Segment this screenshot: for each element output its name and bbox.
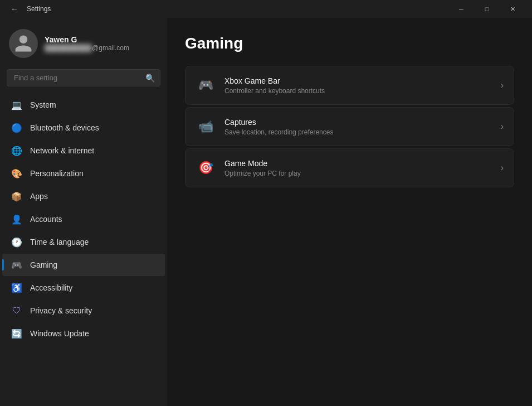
sidebar-item-network[interactable]: 🌐Network & internet	[2, 139, 165, 162]
accessibility-icon: ♿	[11, 282, 22, 293]
minimize-icon: ─	[459, 6, 463, 12]
gaming-icon: 🎮	[11, 259, 22, 270]
titlebar: ← Settings ─ □ ✕	[0, 0, 532, 18]
sidebar-item-time[interactable]: 🕐Time & language	[2, 231, 165, 253]
sidebar-item-apps[interactable]: 📦Apps	[2, 185, 165, 207]
user-email-blur: ██████████	[45, 44, 92, 52]
apps-label: Apps	[30, 192, 48, 201]
sidebar-item-bluetooth[interactable]: 🔵Bluetooth & devices	[2, 117, 165, 139]
nav-list: 💻System🔵Bluetooth & devices🌐Network & in…	[0, 91, 167, 406]
time-label: Time & language	[30, 238, 89, 246]
sidebar-item-accounts[interactable]: 👤Accounts	[2, 208, 165, 230]
user-avatar-icon	[13, 33, 33, 54]
main-content: Gaming 🎮Xbox Game BarController and keyb…	[167, 18, 532, 406]
sidebar-item-privacy[interactable]: 🛡Privacy & security	[2, 299, 165, 322]
avatar	[9, 29, 38, 58]
xbox-game-bar-chevron: ›	[501, 80, 504, 90]
bluetooth-label: Bluetooth & devices	[30, 123, 99, 132]
captures-subtitle: Save location, recording preferences	[224, 128, 501, 136]
xbox-game-bar-title: Xbox Game Bar	[224, 76, 501, 85]
search-input[interactable]	[7, 69, 160, 86]
card-game-mode[interactable]: 🎯Game ModeOptimize your PC for play›	[185, 148, 514, 187]
accessibility-label: Accessibility	[30, 283, 72, 292]
personalization-label: Personalization	[30, 169, 84, 178]
minimize-button[interactable]: ─	[448, 0, 474, 18]
game-mode-subtitle: Optimize your PC for play	[224, 170, 501, 177]
sidebar-item-gaming[interactable]: 🎮Gaming	[2, 254, 165, 276]
captures-chevron: ›	[501, 122, 504, 132]
sidebar: Yawen G ██████████@gmail.com 🔍 💻System🔵B…	[0, 18, 167, 406]
sidebar-item-system[interactable]: 💻System	[2, 94, 165, 116]
privacy-label: Privacy & security	[30, 306, 92, 315]
xbox-game-bar-icon: 🎮	[196, 75, 216, 95]
window-controls: ─ □ ✕	[448, 0, 525, 18]
maximize-button[interactable]: □	[474, 0, 500, 18]
update-label: Windows Update	[30, 329, 89, 338]
user-email: ██████████@gmail.com	[45, 44, 129, 52]
bluetooth-icon: 🔵	[11, 122, 22, 133]
close-icon: ✕	[510, 6, 515, 13]
back-button[interactable]: ←	[7, 1, 22, 17]
game-mode-title: Game Mode	[224, 159, 501, 168]
xbox-game-bar-text: Xbox Game BarController and keyboard sho…	[224, 76, 501, 95]
accounts-icon: 👤	[11, 214, 22, 225]
game-mode-text: Game ModeOptimize your PC for play	[224, 159, 501, 177]
captures-icon: 📹	[196, 117, 216, 137]
card-xbox-game-bar[interactable]: 🎮Xbox Game BarController and keyboard sh…	[185, 66, 514, 105]
close-button[interactable]: ✕	[500, 0, 525, 18]
captures-title: Captures	[224, 118, 501, 127]
accounts-label: Accounts	[30, 215, 62, 224]
app-title: Settings	[27, 5, 448, 13]
maximize-icon: □	[485, 6, 489, 12]
network-label: Network & internet	[30, 146, 94, 155]
search-box: 🔍	[7, 69, 160, 86]
app-body: Yawen G ██████████@gmail.com 🔍 💻System🔵B…	[0, 18, 532, 406]
sidebar-item-personalization[interactable]: 🎨Personalization	[2, 162, 165, 185]
update-icon: 🔄	[11, 328, 22, 339]
card-captures[interactable]: 📹CapturesSave location, recording prefer…	[185, 107, 514, 146]
settings-cards: 🎮Xbox Game BarController and keyboard sh…	[185, 66, 514, 187]
user-name: Yawen G	[45, 35, 129, 44]
sidebar-item-update[interactable]: 🔄Windows Update	[2, 322, 165, 345]
privacy-icon: 🛡	[11, 305, 22, 316]
xbox-game-bar-subtitle: Controller and keyboard shortcuts	[224, 87, 501, 95]
sidebar-item-accessibility[interactable]: ♿Accessibility	[2, 277, 165, 299]
apps-icon: 📦	[11, 191, 22, 202]
user-email-domain: @gmail.com	[92, 44, 129, 52]
gaming-label: Gaming	[30, 260, 57, 269]
page-title: Gaming	[185, 35, 514, 52]
game-mode-chevron: ›	[501, 163, 504, 173]
system-icon: 💻	[11, 99, 22, 110]
time-icon: 🕐	[11, 236, 22, 248]
back-icon: ←	[11, 4, 18, 13]
system-label: System	[30, 100, 56, 109]
user-info: Yawen G ██████████@gmail.com	[45, 35, 129, 52]
captures-text: CapturesSave location, recording prefere…	[224, 118, 501, 136]
game-mode-icon: 🎯	[196, 158, 216, 178]
personalization-icon: 🎨	[11, 168, 22, 179]
network-icon: 🌐	[11, 145, 22, 156]
user-profile[interactable]: Yawen G ██████████@gmail.com	[0, 18, 167, 67]
